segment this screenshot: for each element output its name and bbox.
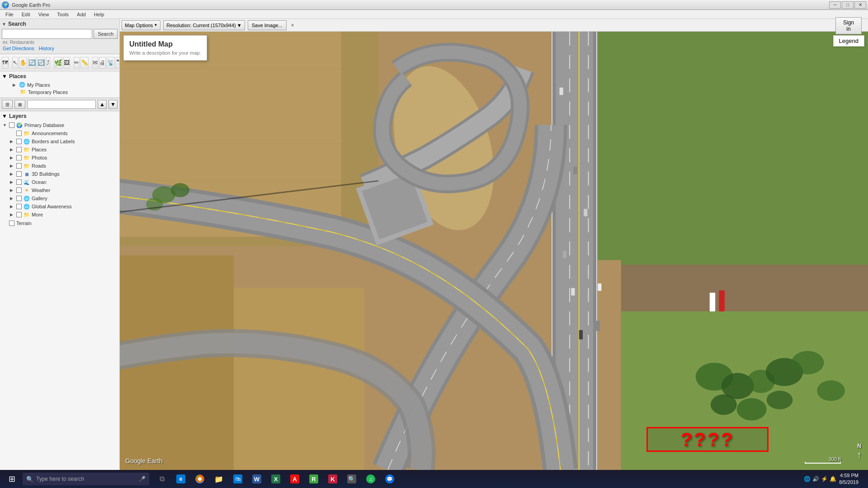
menu-view[interactable]: View	[35, 11, 53, 18]
roads-checkbox[interactable]	[16, 163, 22, 169]
edge-btn[interactable]: e	[172, 472, 190, 486]
map-options-button[interactable]: Map Options ▼	[122, 20, 160, 30]
view-btn-1[interactable]: ☰	[2, 100, 13, 109]
toolbar-photo-btn[interactable]: 🖼	[63, 57, 70, 69]
layer-up-btn[interactable]: ▲	[98, 100, 107, 109]
layer-global-awareness[interactable]: ▶ 🌐 Global Awareness	[9, 202, 118, 211]
toolbar-back-btn[interactable]: ⤴	[46, 57, 50, 69]
places-toggle[interactable]: ▼	[2, 73, 7, 80]
word-btn[interactable]: W	[248, 472, 266, 486]
k-app-btn[interactable]: K	[324, 472, 342, 486]
messenger-btn[interactable]: 💬	[381, 472, 399, 486]
toolbar-email-btn[interactable]: ✉	[92, 57, 98, 69]
primary-db-toggle[interactable]: ▼	[3, 123, 7, 127]
toolbar-map-btn[interactable]: 🗺	[2, 57, 9, 69]
toolbar-telescope-btn[interactable]: 🔭	[116, 57, 120, 69]
chrome-btn[interactable]	[191, 472, 209, 486]
file-explorer-btn[interactable]: 📁	[210, 472, 228, 486]
notifications-icon[interactable]: 🔔	[830, 476, 836, 482]
places-layer-toggle[interactable]: ▶	[10, 147, 14, 152]
menu-edit[interactable]: Edit	[18, 11, 34, 18]
menu-tools[interactable]: Tools	[53, 11, 72, 18]
places-layer-checkbox[interactable]	[16, 147, 22, 152]
ocean-checkbox[interactable]	[16, 179, 22, 185]
layer-more[interactable]: ▶ 📁 More	[9, 211, 118, 219]
save-image-button[interactable]: Save Image...	[248, 20, 287, 30]
more-toggle[interactable]: ▶	[10, 212, 14, 217]
menu-add[interactable]: Add	[73, 11, 90, 18]
layer-3d-buildings[interactable]: ▶ ◼ 3D Buildings	[9, 170, 118, 178]
layer-weather[interactable]: ▶ ☀ Weather	[9, 186, 118, 194]
excel-btn[interactable]: X	[267, 472, 285, 486]
roads-toggle[interactable]: ▶	[10, 164, 14, 168]
photos-checkbox[interactable]	[16, 155, 22, 160]
history-link[interactable]: History	[39, 46, 54, 51]
taskbar-time[interactable]: 4:59 PM 8/5/2019	[839, 472, 859, 486]
layer-down-btn[interactable]: ▼	[108, 100, 118, 109]
view-btn-2[interactable]: ⊞	[14, 100, 25, 109]
toolbar-kml-btn[interactable]: 📡	[107, 57, 115, 69]
resolution-button[interactable]: Resolution: Current (1570x944) ▼	[163, 20, 245, 30]
global-awareness-toggle[interactable]: ▶	[10, 204, 14, 209]
minimize-button[interactable]: ─	[829, 1, 841, 9]
search-button[interactable]: Search	[94, 29, 118, 39]
toolbar-cursor-btn[interactable]: ↖	[12, 57, 18, 69]
layer-primary-db[interactable]: ▼ 🌍 Primary Database	[2, 121, 118, 129]
toolbar-move-btn[interactable]: ✋	[19, 57, 27, 69]
toolbar-rotate-btn[interactable]: 🔄	[28, 57, 36, 69]
search-toggle-icon[interactable]: ▼	[2, 22, 6, 27]
announcements-checkbox[interactable]	[16, 131, 22, 136]
layer-places[interactable]: ▶ 📁 Places	[9, 145, 118, 154]
toolbar-refresh-btn[interactable]: 🔃	[37, 57, 45, 69]
places-my-places[interactable]: ▶ 🌐 My Places	[12, 81, 118, 89]
maximize-button[interactable]: □	[842, 1, 854, 9]
gallery-toggle[interactable]: ▶	[10, 196, 14, 201]
primary-db-checkbox[interactable]	[9, 122, 14, 128]
close-tab-button[interactable]: ×	[289, 21, 296, 29]
layer-search-input[interactable]	[27, 100, 96, 109]
my-places-toggle[interactable]: ▶	[13, 83, 17, 87]
acrobat-btn[interactable]: A	[286, 472, 304, 486]
r-app-btn[interactable]: R	[305, 472, 323, 486]
layer-terrain[interactable]: ▶ Terrain	[2, 220, 118, 227]
search-input[interactable]	[2, 29, 92, 39]
layer-photos[interactable]: ▶ 📁 Photos	[9, 154, 118, 162]
volume-icon[interactable]: 🔊	[812, 476, 819, 482]
buildings-toggle[interactable]: ▶	[10, 172, 14, 176]
layer-roads[interactable]: ▶ 📁 Roads	[9, 162, 118, 170]
weather-checkbox[interactable]	[16, 188, 22, 193]
store-btn[interactable]: 🛍	[229, 472, 247, 486]
layer-borders[interactable]: ▶ 🌐 Borders and Labels	[9, 137, 118, 145]
layer-announcements[interactable]: ▶ 📁 Announcements	[9, 129, 118, 137]
task-view-btn[interactable]: ⧉	[153, 472, 171, 486]
places-temporary[interactable]: 📁 Temporary Places	[19, 89, 118, 96]
global-awareness-checkbox[interactable]	[16, 204, 22, 209]
map-area[interactable]: Untitled Map Write a description for you…	[120, 32, 868, 470]
menu-file[interactable]: File	[2, 11, 17, 18]
more-checkbox[interactable]	[16, 212, 22, 217]
network-icon[interactable]: 🌐	[804, 476, 811, 482]
spotify-btn[interactable]: ♫	[362, 472, 380, 486]
close-button[interactable]: ✕	[854, 1, 866, 9]
toolbar-ruler-btn[interactable]: 📏	[80, 57, 89, 69]
layer-ocean[interactable]: ▶ 🌊 Ocean	[9, 178, 118, 186]
borders-toggle[interactable]: ▶	[10, 139, 14, 144]
layer-gallery[interactable]: ▶ 🌐 Gallery	[9, 194, 118, 202]
layers-toggle[interactable]: ▼	[2, 113, 7, 119]
menu-help[interactable]: Help	[90, 11, 108, 18]
get-directions-link[interactable]: Get Directions	[3, 46, 34, 51]
sign-in-button[interactable]: Sign in	[835, 17, 862, 34]
buildings-checkbox[interactable]	[16, 171, 22, 177]
legend-button[interactable]: Legend	[833, 35, 864, 47]
gallery-checkbox[interactable]	[16, 196, 22, 201]
toolbar-draw-btn[interactable]: ✏	[74, 57, 80, 69]
toolbar-print-btn[interactable]: 🖨	[99, 57, 106, 69]
terrain-checkbox[interactable]	[9, 221, 14, 226]
taskbar-search[interactable]: 🔍 Type here to search 🎤	[23, 473, 149, 485]
toolbar-earth-btn[interactable]: 🌿	[54, 57, 62, 69]
search-app-btn[interactable]: 🔍	[343, 472, 361, 486]
weather-toggle[interactable]: ▶	[10, 188, 14, 192]
photos-toggle[interactable]: ▶	[10, 155, 14, 160]
borders-checkbox[interactable]	[16, 139, 22, 144]
start-button[interactable]: ⊞	[3, 472, 21, 486]
